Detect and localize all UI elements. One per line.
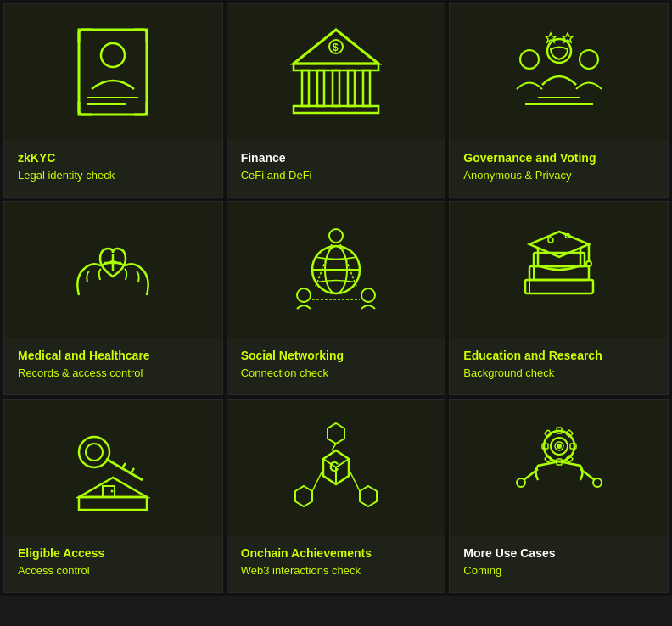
svg-rect-31 bbox=[529, 266, 589, 280]
card-icon-more bbox=[450, 400, 668, 535]
svg-point-25 bbox=[297, 288, 311, 302]
card-subtitle-medical: Records & access control bbox=[18, 366, 150, 381]
svg-line-58 bbox=[332, 444, 336, 450]
medical-icon bbox=[62, 219, 164, 321]
card-text-governance: Governance and Voting Anonymous & Privac… bbox=[450, 140, 609, 197]
svg-point-24 bbox=[329, 229, 343, 243]
svg-rect-30 bbox=[525, 280, 593, 293]
card-subtitle-more: Coming bbox=[463, 564, 555, 578]
card-icon-medical bbox=[4, 202, 222, 338]
svg-text:C: C bbox=[329, 460, 339, 474]
card-title-medical: Medical and Healthcare bbox=[18, 348, 150, 363]
svg-marker-57 bbox=[360, 486, 377, 506]
svg-line-60 bbox=[349, 469, 360, 491]
card-governance[interactable]: Governance and Voting Anonymous & Privac… bbox=[449, 3, 669, 198]
svg-line-45 bbox=[106, 459, 143, 480]
card-text-education: Education and Research Background check bbox=[450, 338, 615, 394]
card-text-more: More Use Cases Coming bbox=[450, 535, 568, 592]
governance-icon bbox=[508, 21, 610, 123]
card-subtitle-onchain: Web3 interactions check bbox=[241, 564, 372, 578]
card-icon-eligible bbox=[4, 400, 222, 535]
card-text-finance: Finance CeFi and DeFi bbox=[227, 140, 326, 197]
svg-rect-8 bbox=[333, 70, 339, 106]
svg-rect-7 bbox=[317, 70, 324, 106]
card-subtitle-finance: CeFi and DeFi bbox=[241, 169, 312, 183]
svg-point-75 bbox=[593, 478, 602, 487]
card-text-medical: Medical and Healthcare Records & access … bbox=[4, 338, 164, 394]
card-finance[interactable]: $ Finance CeFi and DeFi bbox=[227, 3, 446, 198]
blockchain-icon: C bbox=[285, 416, 387, 518]
card-icon-social bbox=[227, 202, 445, 338]
card-education[interactable]: Education and Research Background check bbox=[449, 201, 669, 395]
card-zkkyc[interactable]: zkKYC Legal identity check bbox=[3, 3, 223, 198]
card-medical[interactable]: Medical and Healthcare Records & access … bbox=[3, 201, 223, 395]
svg-point-26 bbox=[361, 288, 375, 302]
document-icon bbox=[62, 21, 164, 123]
card-icon-governance bbox=[450, 4, 668, 140]
svg-rect-11 bbox=[294, 106, 378, 113]
card-icon-zkkyc bbox=[4, 4, 222, 140]
bank-icon: $ bbox=[285, 21, 387, 123]
svg-marker-41 bbox=[79, 478, 147, 497]
svg-rect-32 bbox=[534, 253, 585, 266]
education-icon bbox=[508, 219, 610, 321]
card-icon-onchain: C bbox=[227, 400, 445, 535]
card-subtitle-eligible: Access control bbox=[18, 564, 104, 578]
card-eligible[interactable]: Eligible Access Access control bbox=[3, 399, 223, 593]
card-subtitle-governance: Anonymous & Privacy bbox=[463, 169, 596, 183]
svg-marker-56 bbox=[295, 486, 312, 506]
svg-point-49 bbox=[111, 490, 114, 493]
card-title-social: Social Networking bbox=[241, 348, 344, 363]
svg-rect-10 bbox=[363, 70, 370, 106]
card-icon-education bbox=[450, 202, 668, 338]
main-grid: zkKYC Legal identity check $ bbox=[0, 0, 672, 596]
card-text-onchain: Onchain Achievements Web3 interactions c… bbox=[227, 535, 385, 592]
card-title-onchain: Onchain Achievements bbox=[241, 545, 372, 561]
card-onchain[interactable]: C Onchain Achievements Web3 interactions… bbox=[227, 399, 446, 593]
svg-point-15 bbox=[520, 50, 539, 69]
card-icon-finance: $ bbox=[227, 4, 445, 140]
card-text-eligible: Eligible Access Access control bbox=[4, 535, 118, 592]
card-title-education: Education and Research bbox=[463, 348, 602, 363]
card-title-more: More Use Cases bbox=[463, 545, 555, 561]
svg-rect-9 bbox=[348, 70, 355, 106]
svg-text:$: $ bbox=[333, 42, 339, 53]
svg-point-44 bbox=[86, 444, 103, 461]
card-title-eligible: Eligible Access bbox=[18, 545, 104, 561]
network-icon bbox=[285, 219, 387, 321]
svg-rect-42 bbox=[79, 497, 147, 510]
card-title-zkkyc: zkKYC bbox=[18, 150, 115, 165]
card-more[interactable]: More Use Cases Coming bbox=[449, 399, 669, 593]
svg-rect-6 bbox=[302, 70, 309, 106]
svg-point-16 bbox=[580, 50, 598, 69]
card-subtitle-zkkyc: Legal identity check bbox=[18, 169, 115, 183]
card-text-social: Social Networking Connection check bbox=[227, 338, 357, 394]
key-icon bbox=[62, 416, 164, 518]
card-text-zkkyc: zkKYC Legal identity check bbox=[4, 140, 128, 197]
svg-line-59 bbox=[312, 469, 323, 491]
card-title-governance: Governance and Voting bbox=[463, 150, 596, 165]
robot-icon bbox=[508, 416, 610, 518]
svg-point-39 bbox=[548, 238, 553, 243]
card-subtitle-social: Connection check bbox=[241, 366, 344, 381]
svg-point-73 bbox=[517, 478, 525, 487]
svg-point-76 bbox=[557, 444, 562, 449]
svg-point-38 bbox=[586, 261, 591, 266]
svg-point-43 bbox=[79, 437, 109, 467]
card-title-finance: Finance bbox=[241, 150, 312, 165]
svg-point-1 bbox=[101, 43, 125, 67]
card-social[interactable]: Social Networking Connection check bbox=[227, 201, 446, 395]
svg-marker-55 bbox=[328, 423, 344, 444]
card-subtitle-education: Background check bbox=[463, 366, 602, 381]
